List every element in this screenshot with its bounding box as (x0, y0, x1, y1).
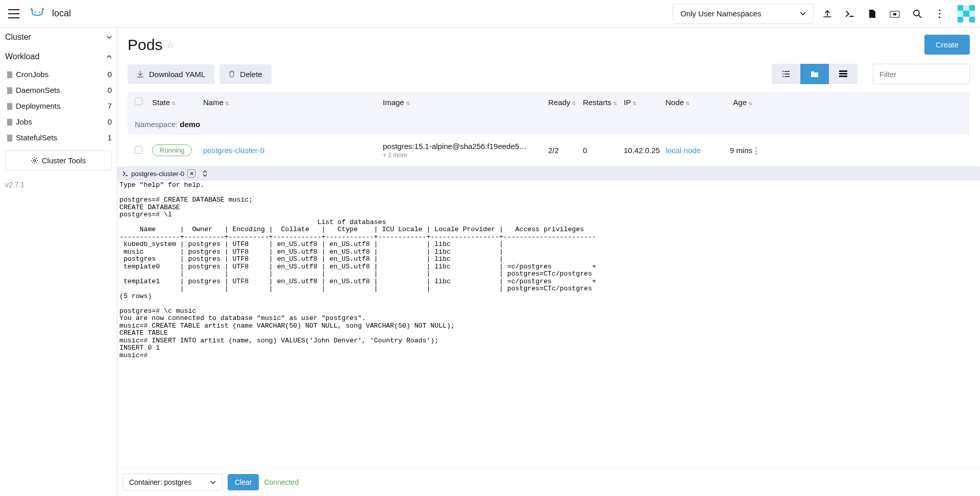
sort-icon: ⇅ (172, 101, 176, 106)
nav-item-daemonsets[interactable]: ▇DaemonSets 0 (0, 82, 117, 98)
pod-age: 9 mins (706, 146, 752, 155)
terminal-tab[interactable]: postgres-cluster-0 ✕ (122, 169, 195, 178)
table-header: State⇅ Name⇅ Image⇅ Ready⇅ Restarts⇅ IP⇅… (128, 92, 970, 112)
pod-image: postgres:15.1-alpine@sha256:f19eede5… (383, 142, 548, 151)
pod-ready: 2/2 (548, 146, 583, 155)
nav-item-cronjobs[interactable]: ▇CronJobs 0 (0, 66, 117, 82)
col-node[interactable]: Node⇅ (666, 98, 706, 107)
expand-icon[interactable] (203, 170, 207, 177)
svg-rect-14 (958, 17, 963, 22)
col-state[interactable]: State⇅ (152, 98, 203, 107)
nav-group-cluster[interactable]: Cluster (0, 28, 117, 47)
pod-node-link[interactable]: local-node (666, 146, 701, 155)
more-icon[interactable] (931, 5, 948, 22)
download-icon (137, 70, 144, 78)
svg-point-6 (939, 13, 940, 14)
terminal-prompt-icon (122, 171, 128, 176)
search-icon[interactable] (909, 5, 926, 22)
col-age[interactable]: Age⇅ (706, 98, 752, 107)
sort-icon: ⇅ (685, 101, 690, 106)
page-title: Pods ☆ (128, 36, 175, 54)
col-image[interactable]: Image⇅ (383, 98, 548, 107)
gear-icon (31, 157, 38, 164)
nav-group-workload[interactable]: Workload (0, 47, 117, 66)
row-menu-button[interactable]: ⋮ (752, 146, 760, 155)
sort-icon: ⇅ (225, 101, 229, 106)
terminal-footer: Container: postgres Clear Connected (117, 468, 980, 496)
container-selector[interactable]: Container: postgres (122, 474, 223, 491)
pod-restarts: 0 (583, 146, 624, 155)
terminal-tab-bar: postgres-cluster-0 ✕ (117, 166, 980, 181)
trash-icon (229, 70, 235, 78)
create-button[interactable]: Create (924, 35, 970, 55)
svg-rect-8 (958, 5, 963, 11)
terminal-icon[interactable] (841, 5, 859, 22)
clear-button[interactable]: Clear (228, 474, 259, 490)
folder-icon: ▇ (7, 134, 12, 141)
svg-point-0 (35, 11, 36, 13)
chevron-up-icon (107, 55, 112, 59)
table-row: Running postgres-cluster-0 postgres:15.1… (128, 135, 970, 166)
chevron-down-icon (210, 481, 216, 484)
close-icon[interactable]: ✕ (187, 169, 195, 178)
col-restarts[interactable]: Restarts⇅ (583, 98, 624, 107)
star-icon[interactable]: ☆ (166, 39, 175, 51)
menu-button[interactable] (5, 5, 22, 22)
folder-icon: ▇ (7, 70, 12, 78)
folder-icon: ▇ (7, 102, 12, 110)
nav-item-deployments[interactable]: ▇Deployments 7 (0, 98, 117, 114)
svg-rect-13 (969, 11, 975, 17)
chevron-down-icon (800, 12, 806, 16)
version-label: v2.7.1 (0, 176, 117, 194)
select-all-checkbox[interactable] (135, 97, 142, 105)
col-ip[interactable]: IP⇅ (624, 98, 666, 107)
svg-point-4 (914, 10, 919, 16)
sort-icon: ⇅ (613, 101, 617, 106)
view-grid-button[interactable] (829, 64, 857, 84)
download-yaml-button[interactable]: Download YAML (128, 64, 214, 84)
namespace-row: Namespace: demo (128, 112, 970, 135)
avatar[interactable] (958, 5, 975, 22)
svg-rect-9 (963, 5, 969, 11)
svg-rect-3 (893, 13, 896, 15)
sort-icon: ⇅ (572, 101, 576, 106)
sort-icon: ⇅ (748, 101, 752, 106)
filter-input[interactable] (873, 64, 970, 84)
sort-icon: ⇅ (406, 101, 410, 106)
nav-item-jobs[interactable]: ▇Jobs 0 (0, 114, 117, 130)
terminal-output[interactable]: Type "help" for help. postgres=# CREATE … (117, 181, 980, 468)
sort-icon: ⇅ (632, 101, 636, 106)
document-icon[interactable] (864, 5, 881, 22)
svg-point-5 (939, 9, 940, 11)
cluster-name: local (52, 8, 71, 19)
folder-icon: ▇ (7, 118, 12, 126)
folder-icon: ▇ (7, 86, 12, 94)
pod-name-link[interactable]: postgres-cluster-0 (203, 146, 264, 155)
svg-point-16 (33, 160, 35, 162)
connection-status: Connected (264, 478, 299, 486)
pod-image-more: + 1 more (383, 152, 548, 159)
chevron-down-icon (107, 36, 112, 39)
col-name[interactable]: Name⇅ (203, 98, 383, 107)
svg-rect-10 (969, 5, 975, 11)
keyboard-icon[interactable] (886, 5, 903, 22)
main: Pods ☆ Create Download YAML Delete (117, 28, 980, 496)
namespace-selector[interactable]: Only User Namespaces (673, 4, 814, 24)
view-list-button[interactable] (772, 64, 800, 84)
view-folder-button[interactable] (800, 64, 829, 84)
view-toggle (772, 64, 857, 84)
upload-icon[interactable] (819, 5, 836, 22)
sidebar: Cluster Workload ▇CronJobs 0 ▇DaemonSets… (0, 28, 117, 496)
delete-button[interactable]: Delete (219, 64, 271, 84)
cluster-tools-button[interactable]: Cluster Tools (5, 151, 112, 170)
status-badge: Running (152, 144, 192, 156)
svg-point-1 (39, 11, 40, 13)
col-ready[interactable]: Ready⇅ (548, 98, 583, 107)
svg-rect-19 (839, 76, 847, 77)
svg-rect-18 (839, 73, 847, 75)
nav-item-statefulsets[interactable]: ▇StatefulSets 1 (0, 130, 117, 145)
svg-rect-11 (958, 11, 963, 17)
svg-rect-17 (839, 70, 847, 72)
namespace-selector-label: Only User Namespaces (680, 9, 761, 18)
row-checkbox[interactable] (135, 146, 142, 154)
